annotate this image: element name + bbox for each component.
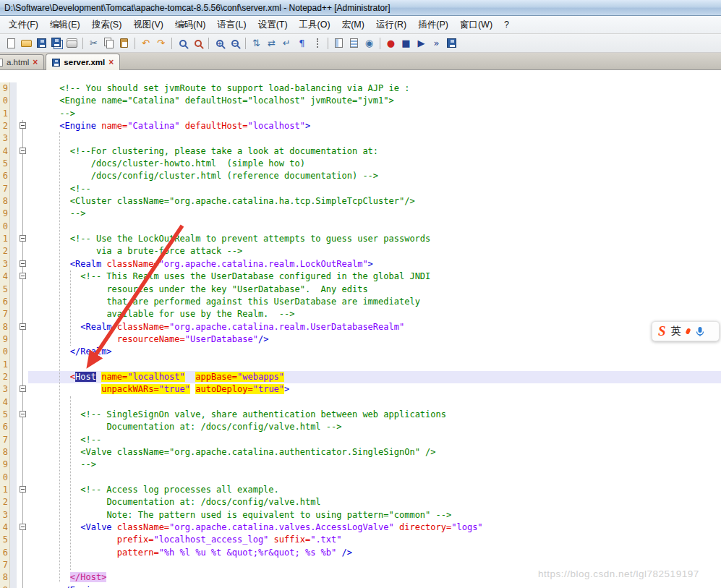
menu-item-11[interactable]: 插件(P)	[412, 17, 454, 33]
indent-guide-icon[interactable]	[310, 35, 325, 51]
code-text[interactable]: Documentation at: /docs/config/valve.htm…	[28, 496, 721, 508]
bookmark-margin[interactable]	[10, 547, 17, 559]
code-text[interactable]: prefix="localhost_access_log" suffix=".t…	[28, 534, 721, 546]
save-icon[interactable]	[34, 35, 49, 51]
show-all-chars-icon[interactable]: ¶	[294, 35, 310, 51]
bookmark-margin[interactable]	[10, 170, 17, 182]
bookmark-margin[interactable]	[10, 472, 17, 484]
bookmark-margin[interactable]	[10, 446, 17, 459]
menu-item-5[interactable]: 编码(N)	[169, 17, 211, 33]
code-text[interactable]: <Valve className="org.apache.catalina.va…	[28, 521, 721, 534]
code-text[interactable]: <!--For clustering, please take a look a…	[28, 145, 721, 158]
fold-collapse-icon[interactable]	[20, 260, 26, 267]
sync-horizontal-icon[interactable]: ⇄	[264, 35, 279, 51]
code-text[interactable]: pattern="%h %l %u %t &quot;%r&quot; %s %…	[28, 547, 721, 559]
bookmark-margin[interactable]	[10, 484, 17, 496]
bookmark-margin[interactable]	[10, 270, 17, 283]
bookmark-margin[interactable]	[10, 333, 17, 346]
code-text[interactable]: <Cluster className="org.apache.catalina.…	[28, 195, 721, 208]
monitoring-icon[interactable]: ◉	[362, 35, 377, 51]
bookmark-margin[interactable]	[10, 421, 17, 433]
bookmark-margin[interactable]	[10, 383, 17, 396]
bookmark-margin[interactable]	[10, 296, 17, 308]
bookmark-margin[interactable]	[10, 120, 17, 132]
find-icon[interactable]	[175, 35, 190, 51]
fold-collapse-icon[interactable]	[20, 273, 26, 279]
open-file-icon[interactable]	[19, 35, 34, 51]
code-text[interactable]: unpackWARs="true" autoDeploy="true">	[28, 383, 721, 396]
zoom-out-icon[interactable]: −	[227, 35, 242, 51]
bookmark-margin[interactable]	[10, 559, 17, 571]
microphone-icon[interactable]	[695, 326, 704, 337]
code-text[interactable]: resourceName="UserDatabase"/>	[28, 333, 721, 346]
bookmark-margin[interactable]	[10, 434, 17, 446]
menu-item-6[interactable]: 语言(L)	[211, 17, 252, 33]
menu-item-12[interactable]: 窗口(W)	[454, 17, 498, 33]
bookmark-margin[interactable]	[10, 584, 17, 588]
fold-collapse-icon[interactable]	[20, 148, 26, 154]
fold-collapse-icon[interactable]	[20, 235, 26, 242]
code-text[interactable]	[28, 472, 721, 484]
bookmark-margin[interactable]	[10, 233, 17, 245]
fold-collapse-icon[interactable]	[20, 122, 26, 129]
bookmark-margin[interactable]	[10, 258, 17, 270]
text-editor[interactable]: 9 <!-- You should set jvmRoute to suppor…	[0, 70, 721, 588]
tab-server-xml[interactable]: server.xml ×	[46, 54, 120, 70]
bookmark-margin[interactable]	[10, 208, 17, 220]
bookmark-margin[interactable]	[10, 221, 17, 233]
ime-pen-icon[interactable]	[685, 328, 691, 334]
menu-item-4[interactable]: 视图(V)	[127, 17, 169, 33]
function-list-icon[interactable]	[346, 35, 362, 51]
code-text[interactable]: </Realm>	[28, 346, 721, 358]
word-wrap-icon[interactable]: ↵	[279, 35, 294, 51]
code-text[interactable]: <!-- You should set jvmRoute to support …	[28, 82, 721, 95]
code-text[interactable]: <Engine name="Catalina" defaultHost="loc…	[28, 95, 721, 107]
code-text[interactable]: <!-- Access log processes all example.	[28, 484, 721, 496]
bookmark-margin[interactable]	[10, 534, 17, 546]
code-text[interactable]: <Realm className="org.apache.catalina.re…	[28, 321, 721, 333]
tab-close-icon[interactable]: ×	[108, 59, 114, 66]
bookmark-margin[interactable]	[10, 108, 17, 120]
bookmark-margin[interactable]	[10, 359, 17, 371]
fold-collapse-icon[interactable]	[20, 486, 26, 493]
bookmark-margin[interactable]	[10, 396, 17, 409]
doc-map-icon[interactable]	[331, 35, 346, 51]
menu-item-7[interactable]: 设置(T)	[252, 17, 294, 33]
new-file-icon[interactable]	[4, 35, 19, 51]
bookmark-margin[interactable]	[10, 371, 17, 383]
bookmark-margin[interactable]	[10, 571, 17, 584]
code-text[interactable]: </Engine>	[28, 584, 721, 588]
code-text[interactable]: <Valve className="org.apache.catalina.au…	[28, 446, 721, 459]
stop-macro-icon[interactable]: ■	[398, 35, 414, 51]
code-text[interactable]: -->	[28, 208, 721, 220]
code-text[interactable]: -->	[28, 459, 721, 471]
code-text[interactable]: <!--	[28, 434, 721, 446]
fold-collapse-icon[interactable]	[20, 411, 26, 417]
menu-item-3[interactable]: 搜索(S)	[86, 17, 128, 33]
play-macro-icon[interactable]: ▶	[414, 35, 429, 51]
bookmark-margin[interactable]	[10, 496, 17, 508]
cut-icon[interactable]: ✂	[86, 35, 101, 51]
fold-collapse-icon[interactable]	[20, 524, 26, 530]
code-text[interactable]: that are performed against this UserData…	[28, 296, 721, 308]
code-text[interactable]: /docs/config/cluster.html (reference doc…	[28, 170, 721, 182]
bookmark-margin[interactable]	[10, 195, 17, 208]
bookmark-margin[interactable]	[10, 284, 17, 296]
title-bar[interactable]: D:\Software\Development\Tomcat\apache-to…	[0, 0, 721, 16]
bookmark-margin[interactable]	[10, 308, 17, 320]
bookmark-margin[interactable]	[10, 321, 17, 333]
sogou-logo-icon[interactable]: S	[658, 323, 666, 339]
code-text[interactable]: <Engine name="Catalina" defaultHost="loc…	[28, 120, 721, 132]
paste-icon[interactable]	[116, 35, 132, 51]
code-text[interactable]: <!-- Use the LockOutRealm to prevent att…	[28, 233, 721, 245]
print-icon[interactable]	[64, 35, 80, 51]
bookmark-margin[interactable]	[10, 82, 17, 95]
code-text[interactable]: <!-- This Realm uses the UserDatabase co…	[28, 270, 721, 283]
code-text[interactable]: <Host name="localhost" appBase="webapps"	[28, 371, 721, 383]
code-text[interactable]: Documentation at: /docs/config/valve.htm…	[28, 421, 721, 433]
undo-icon[interactable]: ↶	[138, 35, 153, 51]
code-text[interactable]: <!-- SingleSignOn valve, share authentic…	[28, 409, 721, 421]
code-text[interactable]: <!--	[28, 183, 721, 195]
bookmark-margin[interactable]	[10, 459, 17, 471]
redo-icon[interactable]: ↷	[153, 35, 168, 51]
